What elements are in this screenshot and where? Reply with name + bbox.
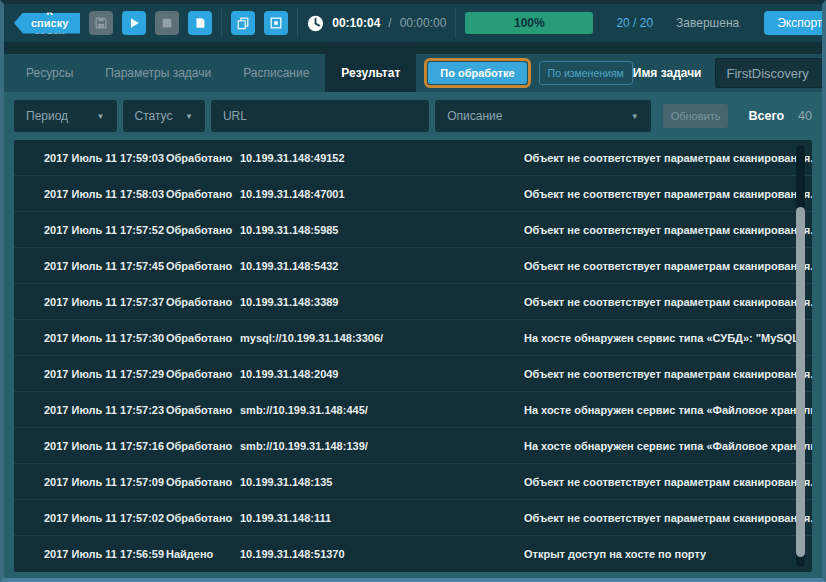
copy-button[interactable] bbox=[231, 11, 255, 35]
cell-time: 2017 Июль 11 17:57:09 bbox=[44, 476, 166, 488]
table-row[interactable]: 2017 Июль 11 17:58:03Обработано10.199.31… bbox=[14, 176, 812, 212]
export-button[interactable]: Экспорт bbox=[764, 11, 826, 35]
by-processing-button[interactable]: По обработке bbox=[428, 62, 526, 84]
cell-desc: Объект не соответствует параметрам скани… bbox=[524, 512, 812, 524]
table-row[interactable]: 2017 Июль 11 17:59:03Обработано10.199.31… bbox=[14, 140, 812, 176]
table-row[interactable]: 2017 Июль 11 17:57:45Обработано10.199.31… bbox=[14, 248, 812, 284]
cell-status: Обработано bbox=[166, 404, 240, 416]
timer-total: 00:00:00 bbox=[400, 16, 447, 30]
cell-time: 2017 Июль 11 17:57:30 bbox=[44, 332, 166, 344]
cell-status: Обработано bbox=[166, 224, 240, 236]
by-changes-button[interactable]: По изменениям bbox=[539, 61, 633, 85]
table-row[interactable]: 2017 Июль 11 17:57:29Обработано10.199.31… bbox=[14, 356, 812, 392]
report-icon bbox=[193, 16, 207, 30]
app-window: К списку задач bbox=[0, 0, 826, 582]
scrollbar-thumb[interactable] bbox=[796, 207, 805, 557]
tab-result[interactable]: Результат bbox=[325, 42, 416, 92]
cell-desc: Объект не соответствует параметрам скани… bbox=[524, 152, 812, 164]
cell-time: 2017 Июль 11 17:57:02 bbox=[44, 512, 166, 524]
table-row[interactable]: 2017 Июль 11 17:56:59Найдено10.199.31.14… bbox=[14, 536, 812, 572]
cell-desc: Объект не соответствует параметрам скани… bbox=[524, 188, 812, 200]
cell-status: Обработано bbox=[166, 296, 240, 308]
table-row[interactable]: 2017 Июль 11 17:57:23Обработаноsmb://10.… bbox=[14, 392, 812, 428]
description-dropdown[interactable]: Описание ▼ bbox=[435, 100, 650, 132]
clock-icon bbox=[307, 15, 324, 32]
total-count: Всего 40 bbox=[748, 109, 812, 123]
filter-bar: Период ▼ Статус ▼ Описание ▼ Обновить Вс… bbox=[14, 100, 812, 132]
cell-time: 2017 Июль 11 17:57:23 bbox=[44, 404, 166, 416]
task-timer: 00:10:04 / 00:00:00 bbox=[307, 15, 446, 32]
status-dropdown-label: Статус bbox=[135, 109, 173, 123]
task-name-group: Имя задачи bbox=[633, 54, 826, 92]
content-area: Период ▼ Статус ▼ Описание ▼ Обновить Вс… bbox=[4, 92, 822, 578]
scrollbar-track[interactable] bbox=[796, 145, 805, 567]
tab-resources[interactable]: Ресурсы bbox=[10, 54, 89, 92]
cell-url: 10.199.31.148:5432 bbox=[240, 260, 524, 272]
save-icon bbox=[94, 16, 108, 30]
cell-time: 2017 Июль 11 17:57:52 bbox=[44, 224, 166, 236]
stop-icon bbox=[160, 16, 174, 30]
total-value: 40 bbox=[798, 109, 812, 123]
toolbar-separator bbox=[221, 8, 222, 38]
tab-bar: Ресурсы Параметры задачи Расписание Резу… bbox=[4, 54, 822, 92]
task-status-label: Завершена bbox=[676, 16, 739, 30]
period-dropdown[interactable]: Период ▼ bbox=[14, 100, 117, 132]
toolbar: К списку задач bbox=[4, 4, 822, 42]
cell-time: 2017 Июль 11 17:57:29 bbox=[44, 368, 166, 380]
start-button[interactable] bbox=[122, 11, 146, 35]
cell-url: 10.199.31.148:49152 bbox=[240, 152, 524, 164]
details-icon bbox=[269, 16, 283, 30]
table-row[interactable]: 2017 Июль 11 17:57:09Обработано10.199.31… bbox=[14, 464, 812, 500]
chevron-down-icon: ▼ bbox=[631, 112, 639, 121]
tab-task-parameters[interactable]: Параметры задачи bbox=[89, 54, 227, 92]
cell-time: 2017 Июль 11 17:58:03 bbox=[44, 188, 166, 200]
cell-url: 10.199.31.148:111 bbox=[240, 512, 524, 524]
cell-url: 10.199.31.148:2049 bbox=[240, 368, 524, 380]
cell-desc: Объект не соответствует параметрам скани… bbox=[524, 368, 812, 380]
cell-status: Обработано bbox=[166, 260, 240, 272]
task-name-label: Имя задачи bbox=[633, 66, 702, 80]
cell-status: Обработано bbox=[166, 152, 240, 164]
cell-url: 10.199.31.148:5985 bbox=[240, 224, 524, 236]
play-icon bbox=[127, 16, 141, 30]
stop-button[interactable] bbox=[155, 11, 179, 35]
cell-desc: На хосте обнаружен сервис типа «Файловое… bbox=[524, 404, 812, 416]
cell-status: Обработано bbox=[166, 476, 240, 488]
cell-desc: На хосте обнаружен сервис типа «Файловое… bbox=[524, 440, 812, 452]
task-name-input[interactable] bbox=[715, 58, 826, 88]
table-row[interactable]: 2017 Июль 11 17:57:16Обработаноsmb://10.… bbox=[14, 428, 812, 464]
details-button[interactable] bbox=[264, 11, 288, 35]
back-to-task-list-button[interactable]: К списку задач bbox=[14, 13, 80, 34]
toolbar-separator bbox=[455, 8, 456, 38]
table-row[interactable]: 2017 Июль 11 17:57:30Обработаноmysql://1… bbox=[14, 320, 812, 356]
table-row[interactable]: 2017 Июль 11 17:57:52Обработано10.199.31… bbox=[14, 212, 812, 248]
result-view-toggle: По обработке По изменениям bbox=[424, 54, 633, 92]
cell-url: 10.199.31.148:51370 bbox=[240, 548, 524, 560]
cell-url: mysql://10.199.31.148:3306/ bbox=[240, 332, 524, 344]
chevron-down-icon: ▼ bbox=[185, 112, 193, 121]
cell-time: 2017 Июль 11 17:57:16 bbox=[44, 440, 166, 452]
progress-bar: 100% bbox=[465, 12, 593, 34]
timer-separator: / bbox=[388, 16, 391, 30]
table-row[interactable]: 2017 Июль 11 17:57:02Обработано10.199.31… bbox=[14, 500, 812, 536]
table-row[interactable]: 2017 Июль 11 17:57:37Обработано10.199.31… bbox=[14, 284, 812, 320]
period-dropdown-label: Период bbox=[26, 109, 68, 123]
status-dropdown[interactable]: Статус ▼ bbox=[123, 100, 205, 132]
cell-url: smb://10.199.31.148:445/ bbox=[240, 404, 524, 416]
report-button[interactable] bbox=[188, 11, 212, 35]
total-label: Всего bbox=[748, 109, 784, 123]
cell-desc: Объект не соответствует параметрам скани… bbox=[524, 224, 812, 236]
cell-status: Обработано bbox=[166, 440, 240, 452]
cell-status: Обработано bbox=[166, 332, 240, 344]
cell-status: Обработано bbox=[166, 512, 240, 524]
chevron-down-icon: ▼ bbox=[97, 112, 105, 121]
tab-schedule[interactable]: Расписание bbox=[227, 54, 325, 92]
cell-status: Найдено bbox=[166, 548, 240, 560]
cell-url: 10.199.31.148:3389 bbox=[240, 296, 524, 308]
url-filter-input[interactable] bbox=[211, 100, 429, 132]
cell-status: Обработано bbox=[166, 368, 240, 380]
description-dropdown-label: Описание bbox=[447, 109, 502, 123]
save-button[interactable] bbox=[89, 11, 113, 35]
refresh-button[interactable]: Обновить bbox=[663, 104, 729, 128]
cell-url: 10.199.31.148:47001 bbox=[240, 188, 524, 200]
